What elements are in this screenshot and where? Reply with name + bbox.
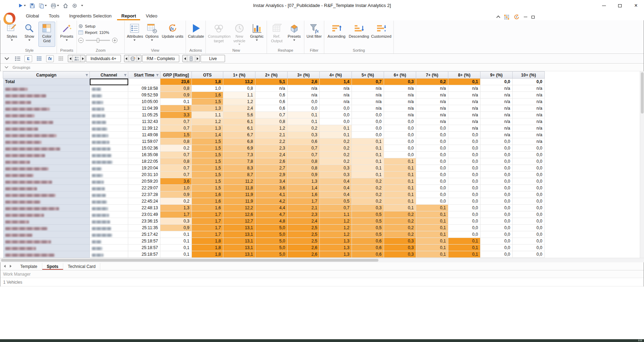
mode-next-button[interactable] <box>195 55 200 62</box>
value-cell[interactable]: 0,0 <box>448 132 480 138</box>
start-time-cell[interactable]: 25:18:57 <box>128 251 160 258</box>
value-cell[interactable]: n/a <box>448 125 480 132</box>
channel-cell[interactable] <box>90 231 128 238</box>
ascending-button[interactable]: Ascending <box>326 22 347 47</box>
value-cell[interactable]: 7,3 <box>223 152 255 158</box>
start-time-cell[interactable]: 20:31:10 <box>128 172 160 178</box>
value-cell[interactable]: 0,0 <box>480 152 513 158</box>
campaign-cell[interactable] <box>3 251 90 258</box>
channel-cell[interactable] <box>90 112 128 118</box>
value-cell[interactable]: 0,6 <box>255 105 288 112</box>
value-cell[interactable]: 0,0 <box>416 138 448 145</box>
campaign-cell[interactable] <box>3 198 90 205</box>
value-cell[interactable]: 0,2 <box>160 145 192 152</box>
value-cell[interactable]: 0,1 <box>416 238 448 245</box>
value-cell[interactable]: 2,1 <box>255 132 288 138</box>
total-value-cell[interactable]: 23,6 <box>160 79 192 85</box>
audience-prev-button[interactable] <box>68 55 73 62</box>
tab-tools[interactable]: Tools <box>45 12 64 20</box>
total-value-cell[interactable]: 5,1 <box>255 79 288 85</box>
value-cell[interactable]: 13,1 <box>223 225 255 231</box>
value-cell[interactable]: n/a <box>480 132 513 138</box>
value-cell[interactable]: 0,0 <box>384 152 416 158</box>
value-cell[interactable]: 0,0 <box>384 118 416 125</box>
value-cell[interactable]: 1,6 <box>192 191 223 198</box>
value-cell[interactable]: 1,2 <box>223 99 255 105</box>
campaign-cell[interactable] <box>3 218 90 225</box>
value-cell[interactable]: 0,8 <box>160 85 192 92</box>
mode-value[interactable]: Live <box>201 55 225 62</box>
value-cell[interactable]: n/a <box>513 125 545 132</box>
value-cell[interactable]: 0,5 <box>352 225 384 231</box>
value-cell[interactable]: 1,2 <box>192 118 223 125</box>
value-cell[interactable]: 0,0 <box>480 231 513 238</box>
filter-funnel-icon[interactable] <box>156 74 159 77</box>
column-header-8+[interactable]: 8+ (%) <box>448 72 480 79</box>
collapse-ribbon-icon[interactable] <box>496 15 500 19</box>
value-cell[interactable]: 0,0 <box>416 125 448 132</box>
value-cell[interactable]: 0,5 <box>320 198 352 205</box>
value-cell[interactable]: n/a <box>384 105 416 112</box>
value-cell[interactable]: 1,3 <box>160 205 192 211</box>
value-cell[interactable]: 0,2 <box>352 178 384 185</box>
value-cell[interactable]: 5,0 <box>255 238 288 245</box>
zoom-in-button[interactable] <box>112 38 117 43</box>
value-cell[interactable]: 1,3 <box>192 105 223 112</box>
channel-cell[interactable] <box>90 198 128 205</box>
style-presets-button[interactable]: Presets <box>58 22 75 47</box>
value-cell[interactable]: 0,0 <box>320 118 352 125</box>
channel-cell[interactable] <box>90 205 128 211</box>
value-cell[interactable]: 3,6 <box>160 178 192 185</box>
start-time-cell[interactable] <box>128 79 160 85</box>
selected-cell[interactable] <box>90 79 128 85</box>
value-cell[interactable]: 0,0 <box>513 178 545 185</box>
value-cell[interactable]: 4,8 <box>255 218 288 225</box>
value-cell[interactable]: n/a <box>255 85 288 92</box>
value-cell[interactable]: 0,0 <box>448 198 480 205</box>
value-cell[interactable]: n/a <box>416 99 448 105</box>
value-cell[interactable]: 0,9 <box>160 92 192 99</box>
value-cell[interactable]: 0,0 <box>384 138 416 145</box>
value-cell[interactable]: 0,1 <box>416 231 448 238</box>
value-cell[interactable]: 0,0 <box>448 191 480 198</box>
value-cell[interactable]: n/a <box>513 105 545 112</box>
value-cell[interactable]: 0,9 <box>160 225 192 231</box>
value-cell[interactable]: 0,0 <box>416 165 448 172</box>
value-cell[interactable]: 6,1 <box>223 118 255 125</box>
column-header-channel[interactable]: Channel <box>90 72 128 79</box>
campaign-cell[interactable] <box>3 231 90 238</box>
channel-cell[interactable] <box>90 132 128 138</box>
panel-minimize-icon[interactable] <box>524 17 527 17</box>
horizontal-scrollbar-thumb[interactable] <box>1 259 378 262</box>
value-cell[interactable]: 0,0 <box>352 118 384 125</box>
filter-funnel-icon[interactable] <box>124 74 127 77</box>
value-cell[interactable]: 0,2 <box>384 231 416 238</box>
value-cell[interactable]: 0,1 <box>352 172 384 178</box>
value-cell[interactable]: 5,0 <box>255 245 288 251</box>
value-cell[interactable]: 0,0 <box>513 145 545 152</box>
value-cell[interactable]: 0,0 <box>448 185 480 191</box>
start-time-cell[interactable]: 19:20:04 <box>128 165 160 172</box>
value-cell[interactable]: 0,0 <box>448 138 480 145</box>
campaign-cell[interactable] <box>3 245 90 251</box>
value-cell[interactable]: 0,8 <box>160 138 192 145</box>
value-cell[interactable]: 0,6 <box>255 99 288 105</box>
sheet-tab-spots[interactable]: Spots <box>42 263 63 270</box>
value-cell[interactable]: n/a <box>480 99 513 105</box>
column-header-1+[interactable]: 1+ (%) <box>223 72 255 79</box>
value-cell[interactable]: 0,0 <box>288 105 320 112</box>
channel-cell[interactable] <box>90 138 128 145</box>
value-cell[interactable]: 0,0 <box>513 152 545 158</box>
value-cell[interactable]: 0,0 <box>513 218 545 225</box>
value-cell[interactable]: 0,0 <box>448 211 480 218</box>
value-cell[interactable]: 0,1 <box>416 218 448 225</box>
value-cell[interactable]: n/a <box>320 85 352 92</box>
value-cell[interactable]: n/a <box>480 85 513 92</box>
value-cell[interactable]: n/a <box>384 85 416 92</box>
value-cell[interactable]: 0,1 <box>288 118 320 125</box>
value-cell[interactable]: 13,1 <box>223 238 255 245</box>
total-value-cell[interactable]: 1,8 <box>192 79 223 85</box>
campaign-cell[interactable] <box>3 172 90 178</box>
value-cell[interactable]: 0,0 <box>480 172 513 178</box>
channel-cell[interactable] <box>90 165 128 172</box>
